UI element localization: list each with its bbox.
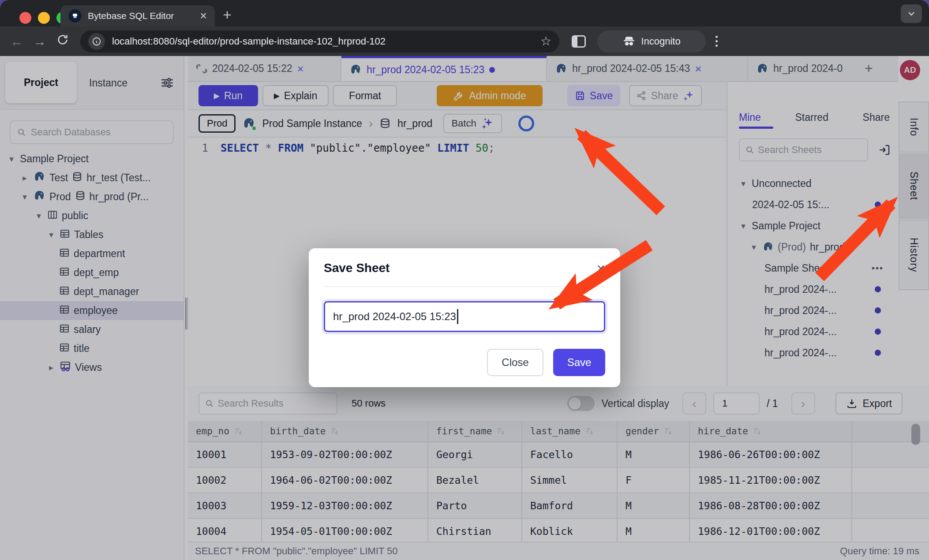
incognito-icon <box>622 35 636 48</box>
browser-navbar: ← → localhost:8080/sql-editor/prod-sampl… <box>0 26 929 56</box>
incognito-label: Incognito <box>641 36 680 47</box>
save-sheet-dialog: Save Sheet × hr_prod 2024-02-05 15:23 Cl… <box>309 248 620 387</box>
chevron-down-icon <box>906 8 917 19</box>
text-cursor <box>457 309 458 324</box>
browser-titlebar: Bytebase SQL Editor × + <box>0 0 929 26</box>
side-panel-icon[interactable] <box>572 35 586 48</box>
site-info-icon[interactable] <box>88 33 105 50</box>
bytebase-favicon <box>68 9 82 22</box>
dialog-title: Save Sheet <box>324 261 390 275</box>
close-tab-icon[interactable]: × <box>200 10 207 22</box>
reload-button[interactable] <box>51 34 74 49</box>
close-window-button[interactable] <box>19 12 31 24</box>
bookmark-star-icon[interactable]: ☆ <box>540 34 551 49</box>
browser-window: Bytebase SQL Editor × + ← → localhost:80… <box>0 0 929 560</box>
browser-tab[interactable]: Bytebase SQL Editor × <box>60 5 215 26</box>
address-bar[interactable]: localhost:8080/sql-editor/prod-sample-in… <box>80 30 559 52</box>
browser-menu-button[interactable] <box>715 36 718 47</box>
forward-button[interactable]: → <box>28 34 51 49</box>
new-browser-tab-button[interactable]: + <box>223 6 232 23</box>
save-sheet-button[interactable]: Save <box>553 349 605 376</box>
browser-tab-title: Bytebase SQL Editor <box>88 11 194 21</box>
back-button[interactable]: ← <box>5 34 28 49</box>
close-button[interactable]: Close <box>487 349 543 376</box>
tab-search-chevron-button[interactable] <box>901 4 922 23</box>
minimize-window-button[interactable] <box>38 12 50 24</box>
close-dialog-icon[interactable]: × <box>596 261 605 276</box>
url-text[interactable]: localhost:8080/sql-editor/prod-sample-in… <box>112 36 533 47</box>
sheet-name-input[interactable]: hr_prod 2024-02-05 15:23 <box>324 301 605 332</box>
incognito-badge: Incognito <box>597 30 706 52</box>
dialog-divider <box>324 286 605 287</box>
